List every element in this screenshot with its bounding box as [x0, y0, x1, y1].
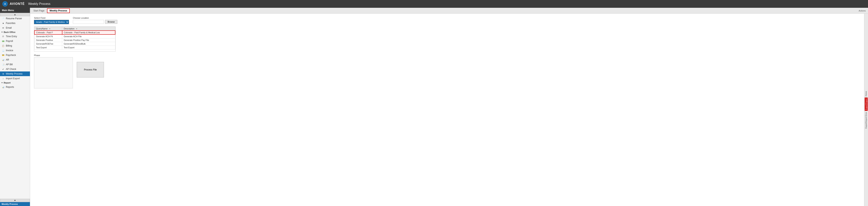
payroll-icon: 💵: [2, 40, 5, 43]
select-feed-control: lorado - Paid Family & Medical Leave Exp…: [34, 20, 69, 24]
process-file-button[interactable]: Process File: [77, 62, 104, 77]
sidebar: Main Menu ▲ 📄 Resume Parser ★ Favorites …: [0, 8, 30, 206]
app-header: A AVIONTÉ Weekly Process: [0, 0, 868, 8]
col-description-label: Description: [64, 27, 74, 30]
content-area: Select Feed lorado - Paid Family & Medic…: [30, 14, 864, 206]
sidebar-item-invoice[interactable]: 📃 Invoice: [0, 48, 30, 53]
table-row[interactable]: Colorado - Paid FColorado - Paid Family …: [34, 31, 115, 34]
cell-query-name: GenerateROEFee: [34, 42, 62, 46]
tab-actions: Actions: [857, 9, 867, 12]
sidebar-title: Main Menu: [0, 8, 30, 13]
sidebar-item-import-export[interactable]: ↕ Import Export: [0, 76, 30, 81]
form-row-selects: Select Feed lorado - Paid Family & Medic…: [34, 17, 860, 24]
sidebar-item-label: AP Check: [6, 68, 16, 71]
time-entry-icon: ⏱: [2, 35, 5, 38]
tab-weekly-process[interactable]: Weekly Process: [47, 8, 70, 13]
sidebar-item-weekly-process[interactable]: ⚙ Weekly Process: [0, 72, 30, 76]
actions-label: Actions: [859, 9, 866, 12]
table-header-row: QueryName ▼ Description ▼: [34, 27, 115, 31]
cell-query-name: Test Export: [34, 46, 62, 49]
select-feed-group: Select Feed lorado - Paid Family & Medic…: [34, 17, 69, 24]
sidebar-item-label: Resume Parser: [6, 17, 22, 20]
app-title: Weekly Process: [28, 2, 50, 6]
select-feed-label: Select Feed: [34, 17, 69, 19]
expand-arrow-icon: ▼: [1, 82, 3, 84]
phase-section: Phase: [34, 54, 73, 88]
location-input[interactable]: [73, 20, 104, 24]
table-row[interactable]: Generate ACH FilGenerate ACH File: [34, 34, 115, 38]
sidebar-item-ap-bill[interactable]: 📑 AP Bill: [0, 62, 30, 67]
weekly-process-icon: ⚙: [2, 72, 5, 75]
sidebar-item-label: Weekly Process: [6, 72, 23, 75]
choose-location-group: Choose Location Browse: [73, 17, 117, 24]
table-row[interactable]: GenerateROEFeeGenerateROEfeedBulk: [34, 42, 115, 46]
email-icon: ✉: [2, 26, 5, 29]
invoice-icon: 📃: [2, 49, 5, 52]
phase-label: Phase: [34, 54, 73, 56]
right-panel-home[interactable]: Home: [865, 91, 868, 97]
sidebar-item-resume-parser[interactable]: 📄 Resume Parser: [0, 16, 30, 21]
sidebar-content: 📄 Resume Parser ★ Favorites ✉ Email ▼ Ba…: [0, 16, 30, 199]
sidebar-item-favorites[interactable]: ★ Favorites: [0, 21, 30, 26]
phase-box: [34, 57, 73, 88]
query-table: QueryName ▼ Description ▼ Colorado - Pai…: [34, 27, 115, 49]
sidebar-item-label: Payroll: [6, 40, 13, 43]
brand-name: AVIONTÉ: [10, 2, 25, 6]
select-feed-dropdown[interactable]: lorado - Paid Family & Medical Leave Exp…: [34, 20, 69, 24]
right-panel-export-import[interactable]: Export/Import: [865, 98, 868, 111]
tab-bar: Start Page Weekly Process Actions: [30, 8, 868, 14]
filter-icon-desc[interactable]: ▼: [76, 28, 78, 30]
sidebar-item-billing[interactable]: 📋 Billing: [0, 44, 30, 48]
cell-query-name: Generate ACH Fil: [34, 34, 62, 38]
import-export-icon: ↕: [2, 77, 5, 80]
sidebar-bottom-label: Weekly Process: [2, 203, 18, 205]
tab-label: Weekly Process: [50, 9, 67, 12]
sidebar-item-label: Email: [6, 26, 12, 29]
right-panel-export-import-error[interactable]: Export/Import Error: [865, 111, 868, 129]
sidebar-section-back-office[interactable]: ▼ Back Office: [0, 30, 30, 34]
cell-query-name: Colorado - Paid F: [34, 31, 62, 34]
sidebar-scroll-down[interactable]: ▼: [0, 199, 30, 202]
sidebar-item-ar[interactable]: 📊 AR: [0, 57, 30, 62]
sidebar-item-label: Invoice: [6, 49, 13, 52]
section-label: Back Office: [4, 31, 16, 33]
ap-check-icon: ✔: [2, 68, 5, 71]
sidebar-item-label: Import Export: [6, 77, 20, 80]
sidebar-item-label: Reports: [6, 86, 14, 88]
sidebar-item-paycheck[interactable]: 💳 Paycheck: [0, 53, 30, 57]
expand-arrow-icon: ▼: [1, 31, 3, 33]
filter-icon-query[interactable]: ▼: [49, 28, 51, 30]
col-description: Description ▼: [62, 27, 115, 31]
tab-start-page[interactable]: Start Page: [31, 8, 47, 13]
section-label: Report: [4, 82, 10, 84]
sidebar-item-payroll[interactable]: 💵 Payroll: [0, 39, 30, 44]
sidebar-item-label: AR: [6, 58, 9, 61]
cell-description: Generate ACH File: [62, 34, 115, 38]
billing-icon: 📋: [2, 44, 5, 47]
reports-icon: 📊: [2, 85, 5, 88]
sidebar-item-email[interactable]: ✉ Email: [0, 26, 30, 30]
col-query-name-label: QueryName: [36, 27, 48, 30]
favorites-icon: ★: [2, 22, 5, 25]
query-table-container: QueryName ▼ Description ▼ Colorado - Pai…: [34, 26, 116, 52]
page-area: Select Feed lorado - Paid Family & Medic…: [30, 14, 868, 206]
browse-button[interactable]: Browse: [105, 20, 117, 24]
location-row: Browse: [73, 20, 117, 24]
sidebar-item-reports[interactable]: 📊 Reports: [0, 85, 30, 89]
choose-location-label: Choose Location: [73, 17, 117, 19]
sidebar-item-label: Favorites: [6, 22, 16, 25]
main-content: Start Page Weekly Process Actions Select…: [30, 8, 868, 206]
ar-icon: 📊: [2, 58, 5, 61]
sidebar-scroll-up[interactable]: ▲: [0, 13, 30, 16]
tab-label: Start Page: [33, 9, 44, 12]
table-row[interactable]: Test ExportTest Export: [34, 46, 115, 49]
sidebar-section-report[interactable]: ▼ Report: [0, 81, 30, 85]
sidebar-item-ap-check[interactable]: ✔ AP Check: [0, 67, 30, 72]
cell-query-name: Generate Positive: [34, 38, 62, 42]
paycheck-icon: 💳: [2, 54, 5, 57]
cell-description: Colorado - Paid Family & Medical Lea: [62, 31, 115, 34]
sidebar-item-label: Paycheck: [6, 54, 16, 56]
sidebar-item-time-entry[interactable]: ⏱ Time Entry: [0, 34, 30, 39]
table-row[interactable]: Generate PositiveGenerate Positive Pay F…: [34, 38, 115, 42]
logo-text: A: [4, 3, 6, 5]
